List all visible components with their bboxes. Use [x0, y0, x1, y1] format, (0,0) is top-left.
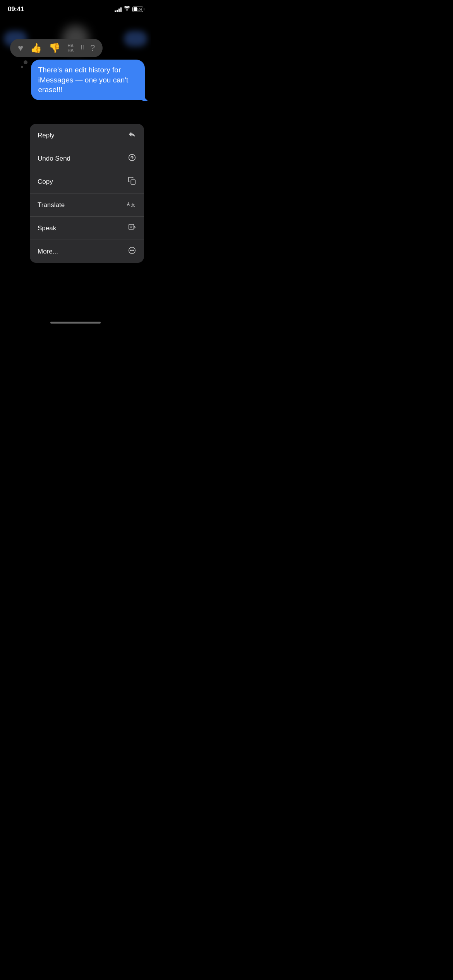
- menu-item-translate[interactable]: Translate A 文: [30, 194, 144, 217]
- status-icons: 100: [115, 6, 143, 12]
- menu-label-reply: Reply: [38, 132, 54, 139]
- reaction-exclaim[interactable]: ‼: [81, 44, 83, 52]
- message-bubble: There's an edit history for iMessages — …: [31, 60, 145, 100]
- battery-level: 100: [137, 8, 142, 11]
- reaction-bar[interactable]: ♥ 👍 👎 HAHA ‼ ?: [10, 39, 103, 57]
- more-icon: [128, 246, 136, 257]
- menu-item-reply[interactable]: Reply: [30, 124, 144, 147]
- reply-icon: [128, 130, 136, 140]
- speak-icon: [128, 223, 136, 233]
- reaction-heart[interactable]: ♥: [18, 43, 23, 53]
- menu-item-undo-send[interactable]: Undo Send: [30, 147, 144, 170]
- reaction-thumbs-up[interactable]: 👍: [30, 43, 42, 53]
- copy-icon: [128, 176, 136, 187]
- svg-rect-4: [129, 224, 134, 230]
- menu-item-more[interactable]: More...: [30, 240, 144, 263]
- signal-bars-icon: [115, 7, 122, 12]
- bubble-dot-large: [24, 60, 27, 64]
- svg-rect-1: [131, 180, 135, 184]
- svg-text:文: 文: [131, 203, 135, 207]
- undo-send-icon: [128, 153, 136, 164]
- message-bubble-wrapper: There's an edit history for iMessages — …: [6, 60, 145, 100]
- message-area: ♥ 👍 👎 HAHA ‼ ? There's an edit history f…: [0, 39, 151, 100]
- wifi-icon: [124, 6, 130, 12]
- reaction-question[interactable]: ?: [90, 43, 95, 53]
- context-menu: Reply Undo Send Copy Translate: [30, 124, 144, 263]
- menu-label-undo-send: Undo Send: [38, 155, 70, 163]
- bubble-tail: [142, 96, 148, 101]
- menu-label-translate: Translate: [38, 201, 65, 209]
- menu-label-more: More...: [38, 248, 58, 255]
- menu-item-copy[interactable]: Copy: [30, 170, 144, 194]
- translate-icon: A 文: [127, 200, 136, 210]
- battery-icon: 100: [132, 7, 143, 12]
- status-time: 09:41: [8, 5, 24, 13]
- svg-point-9: [132, 250, 132, 251]
- svg-point-8: [130, 250, 131, 251]
- status-bar: 09:41 100: [0, 0, 151, 16]
- svg-point-10: [133, 250, 134, 251]
- svg-text:A: A: [127, 202, 130, 206]
- bubble-dot-small: [21, 66, 23, 68]
- menu-item-speak[interactable]: Speak: [30, 217, 144, 240]
- menu-label-speak: Speak: [38, 224, 56, 232]
- menu-label-copy: Copy: [38, 178, 53, 186]
- reaction-haha[interactable]: HAHA: [67, 43, 74, 53]
- reaction-thumbs-down[interactable]: 👎: [49, 43, 60, 53]
- message-text: There's an edit history for iMessages — …: [38, 66, 128, 94]
- home-indicator: [50, 322, 101, 324]
